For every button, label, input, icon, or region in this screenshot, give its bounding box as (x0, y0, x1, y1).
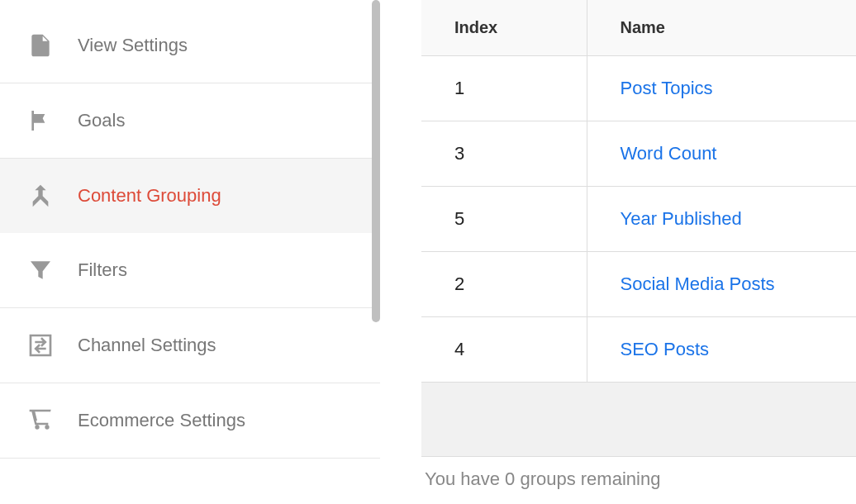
table-row: 3 Word Count (421, 121, 856, 187)
sidebar-item-goals[interactable]: Goals (0, 83, 380, 159)
cell-index: 5 (421, 187, 587, 252)
sidebar-item-label: Goals (78, 110, 125, 131)
flag-icon (25, 105, 56, 136)
scrollbar[interactable] (372, 0, 380, 322)
group-link[interactable]: SEO Posts (621, 339, 710, 359)
remaining-text: You have 0 groups remaining (421, 457, 856, 490)
main-content: Index Name 1 Post Topics 3 Word Count 5 … (380, 0, 856, 504)
table-row: 4 SEO Posts (421, 317, 856, 383)
table-row: 5 Year Published (421, 187, 856, 252)
col-header-name[interactable]: Name (587, 0, 856, 56)
table-row: 2 Social Media Posts (421, 252, 856, 317)
content-groups-table: Index Name 1 Post Topics 3 Word Count 5 … (421, 0, 856, 457)
filter-icon (25, 254, 56, 286)
sidebar-item-label: Filters (78, 259, 127, 281)
cell-index: 4 (421, 317, 587, 383)
sidebar-item-view-settings[interactable]: View Settings (0, 8, 380, 83)
sidebar-item-ecommerce-settings[interactable]: Ecommerce Settings (0, 383, 380, 459)
sidebar-item-label: Channel Settings (78, 335, 216, 356)
sidebar-item-filters[interactable]: Filters (0, 233, 380, 308)
cell-index: 3 (421, 121, 587, 187)
sidebar-item-channel-settings[interactable]: Channel Settings (0, 308, 380, 383)
sidebar-item-content-grouping[interactable]: Content Grouping (0, 159, 380, 233)
sidebar-item-label: Ecommerce Settings (78, 410, 245, 431)
cell-index: 1 (421, 56, 587, 121)
table-row: 1 Post Topics (421, 56, 856, 121)
cart-icon (25, 405, 56, 436)
group-link[interactable]: Social Media Posts (621, 273, 775, 294)
group-link[interactable]: Post Topics (621, 78, 713, 98)
col-header-index[interactable]: Index (421, 0, 587, 56)
sidebar: View Settings Goals Content Grouping Fil… (0, 0, 380, 504)
group-link[interactable]: Word Count (621, 143, 717, 164)
table-footer (421, 383, 856, 457)
sidebar-item-label: View Settings (78, 35, 188, 56)
merge-icon (25, 180, 56, 212)
swap-icon (25, 330, 56, 361)
cell-index: 2 (421, 252, 587, 317)
group-link[interactable]: Year Published (621, 208, 742, 229)
sidebar-item-label: Content Grouping (78, 185, 221, 207)
page-icon (25, 30, 56, 61)
